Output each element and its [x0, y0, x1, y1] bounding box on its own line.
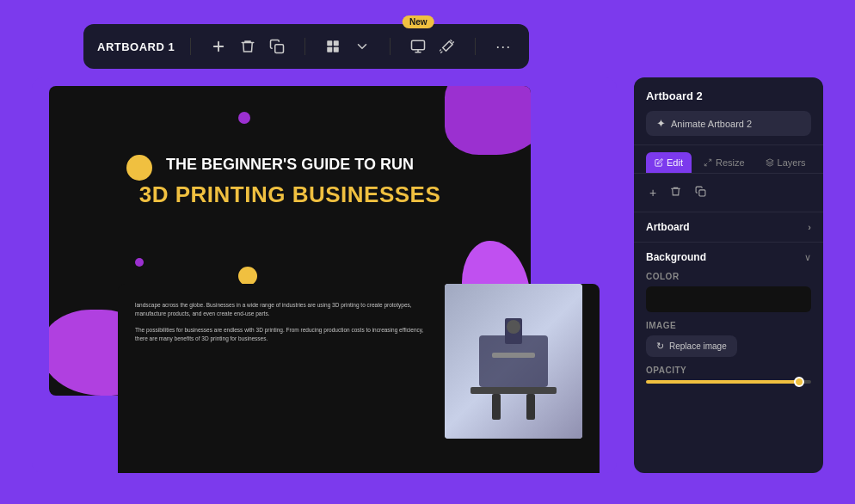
trash-icon	[240, 39, 255, 54]
color-swatch[interactable]	[646, 286, 811, 312]
dot-mid-left	[135, 258, 144, 267]
artboard-section: Artboard ›	[634, 212, 823, 243]
svg-rect-9	[471, 387, 557, 394]
svg-rect-11	[526, 394, 535, 420]
printer-svg	[445, 284, 582, 439]
background-chevron-icon[interactable]: ∨	[804, 252, 811, 263]
grid-button[interactable]	[321, 34, 345, 58]
edit-icon	[655, 158, 663, 167]
svg-rect-25	[699, 190, 705, 196]
artboard-label: ARTBOARD 1	[97, 40, 175, 53]
tab-layers-label: Layers	[778, 157, 806, 168]
toolbar-divider-1	[190, 38, 191, 55]
delete-tool-button[interactable]	[667, 182, 685, 203]
image-label: IMAGE	[646, 321, 811, 330]
more-button[interactable]: ···	[491, 34, 515, 58]
copy-small-icon	[695, 186, 706, 197]
toolbar-new-group: New	[406, 34, 459, 58]
tab-resize[interactable]: Resize	[695, 152, 754, 173]
secondary-paragraph-2: The possibilities for businesses are end…	[135, 326, 428, 344]
svg-rect-2	[334, 40, 339, 46]
present-button[interactable]: New	[406, 34, 430, 58]
present-icon	[410, 39, 426, 54]
toolbar: ARTBOARD 1 New	[83, 24, 529, 69]
artboard-secondary[interactable]: landscape across the globe. Businesses i…	[118, 284, 600, 473]
more-icon: ···	[495, 38, 511, 56]
add-tool-button[interactable]: +	[646, 182, 660, 203]
tab-edit[interactable]: Edit	[646, 152, 692, 173]
grid-icon	[325, 39, 341, 54]
toolbar-divider-3	[390, 38, 391, 55]
resize-icon	[704, 158, 712, 167]
artboard-section-label: Artboard	[646, 221, 690, 233]
toolbar-grid-group	[321, 34, 374, 58]
background-section: Background ∨ COLOR IMAGE ↻ Replace image…	[634, 243, 823, 392]
svg-marker-24	[766, 159, 772, 163]
plus-icon	[211, 39, 226, 54]
artboard-headline: THE BEGINNER'S GUIDE TO RUN 3D PRINTING …	[75, 155, 505, 209]
secondary-text: landscape across the globe. Businesses i…	[135, 301, 428, 351]
photo-inner	[445, 284, 582, 439]
artboard-arrow-icon: ›	[808, 222, 811, 232]
background-section-header: Background ∨	[646, 251, 811, 263]
opacity-slider[interactable]	[646, 380, 811, 384]
tab-layers[interactable]: Layers	[757, 152, 815, 173]
svg-rect-7	[492, 353, 535, 358]
canvas-area: THE BEGINNER'S GUIDE TO RUN 3D PRINTING …	[32, 77, 617, 473]
opacity-label: OPACITY	[646, 366, 811, 375]
color-label: COLOR	[646, 272, 811, 281]
svg-rect-0	[275, 45, 284, 53]
toolbar-divider-2	[304, 38, 305, 55]
artboard-section-title[interactable]: Artboard ›	[646, 221, 811, 233]
blob-top-right	[445, 86, 531, 155]
panel-header: Artboard 2 ✦ Animate Artboard 2	[634, 77, 823, 145]
tab-resize-label: Resize	[716, 157, 745, 168]
headline-subtitle: THE BEGINNER'S GUIDE TO RUN	[75, 155, 505, 175]
layers-icon	[766, 158, 774, 167]
delete-button[interactable]	[236, 34, 260, 58]
svg-rect-5	[412, 40, 425, 50]
trash-small-icon	[670, 186, 681, 197]
tab-edit-label: Edit	[667, 157, 683, 168]
dot-top-mid	[238, 112, 250, 124]
svg-rect-3	[327, 47, 332, 52]
copy-tool-button[interactable]	[692, 182, 710, 203]
add-button[interactable]	[206, 34, 231, 58]
panel-tools: +	[634, 174, 823, 212]
svg-rect-4	[334, 47, 339, 52]
replace-image-button[interactable]: ↻ Replace image	[646, 335, 737, 357]
svg-rect-1	[327, 40, 332, 46]
chevron-down-icon	[354, 39, 370, 54]
svg-point-12	[507, 320, 520, 334]
secondary-image	[445, 284, 582, 439]
animate-artboard-button[interactable]: ✦ Animate Artboard 2	[646, 111, 811, 136]
copy-button[interactable]	[265, 34, 289, 58]
secondary-paragraph-1: landscape across the globe. Businesses i…	[135, 301, 428, 319]
toolbar-divider-4	[475, 38, 476, 55]
svg-line-23	[704, 163, 707, 166]
yellow-circle-2	[238, 267, 257, 286]
dropdown-button[interactable]	[350, 34, 374, 58]
wand-small-icon: ✦	[656, 117, 666, 130]
panel-tabs: Edit Resize Layers	[634, 145, 823, 174]
animate-btn-label: Animate Artboard 2	[671, 119, 752, 129]
right-panel: Artboard 2 ✦ Animate Artboard 2 Edit Res…	[634, 77, 823, 473]
svg-line-22	[709, 159, 711, 162]
panel-title: Artboard 2	[646, 89, 811, 102]
wand-icon	[440, 39, 455, 54]
opacity-slider-thumb	[794, 377, 804, 387]
svg-rect-10	[492, 394, 501, 420]
headline-title: 3D PRINTING BUSINESSES	[75, 181, 505, 208]
replace-image-label: Replace image	[669, 341, 727, 351]
magic-button[interactable]	[435, 34, 459, 58]
background-title: Background	[646, 251, 706, 263]
copy-icon	[269, 39, 285, 54]
toolbar-actions	[206, 34, 289, 58]
new-badge: New	[403, 15, 434, 28]
refresh-icon: ↻	[656, 341, 664, 352]
